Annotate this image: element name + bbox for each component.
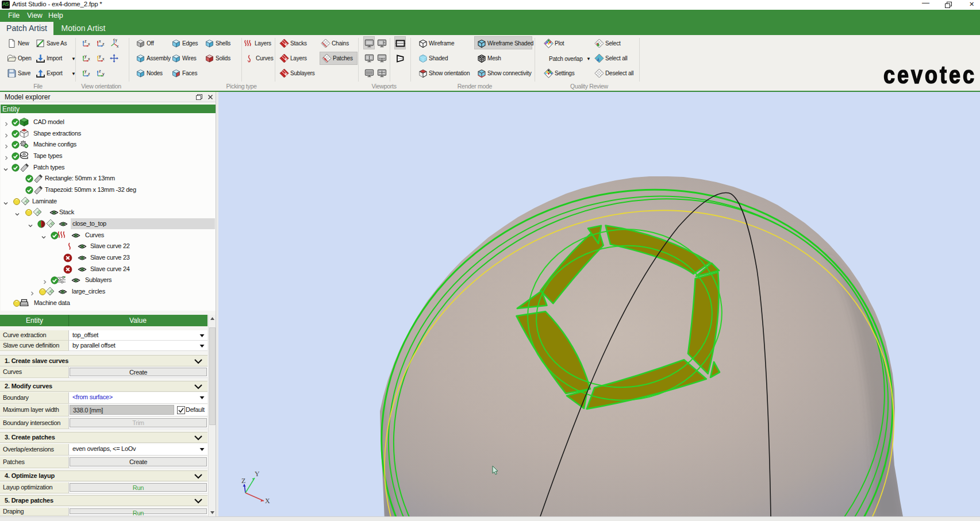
svg-text:y: y: [84, 54, 87, 59]
svg-text:x: x: [88, 42, 90, 46]
svg-text:Z: Z: [241, 477, 245, 485]
svg-text:z: z: [88, 72, 90, 76]
svg-text:x: x: [102, 57, 105, 61]
svg-text:y: y: [99, 54, 101, 59]
svg-text:y: y: [116, 38, 118, 43]
svg-text:z: z: [84, 39, 87, 43]
svg-text:Y: Y: [255, 470, 260, 478]
svg-text:x: x: [88, 57, 90, 61]
svg-text:y: y: [84, 69, 87, 74]
svg-text:z: z: [102, 42, 105, 46]
svg-text:x: x: [99, 39, 101, 43]
svg-text:y: y: [102, 72, 105, 76]
svg-text:z: z: [99, 69, 101, 73]
svg-text:X: X: [265, 497, 270, 505]
svg-text:x: x: [117, 44, 119, 48]
